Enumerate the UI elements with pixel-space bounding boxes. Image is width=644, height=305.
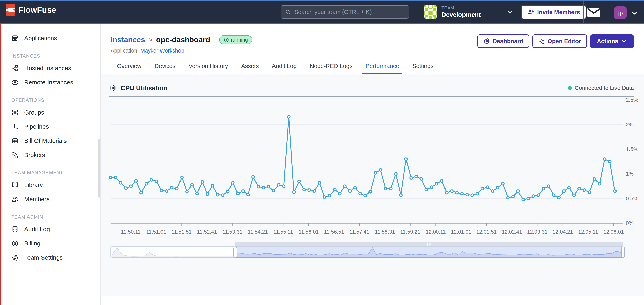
data-point[interactable] [318,181,321,184]
data-point[interactable] [109,176,112,179]
data-point[interactable] [593,178,596,180]
data-point[interactable] [120,181,122,184]
data-point[interactable] [359,192,362,195]
data-point[interactable] [150,179,152,181]
data-point[interactable] [155,180,158,183]
data-point[interactable] [527,197,530,200]
data-point[interactable] [450,190,453,193]
tab-devices[interactable]: Devices [152,60,179,73]
data-point[interactable] [496,186,499,189]
data-point[interactable] [211,184,214,187]
data-point[interactable] [542,187,545,190]
mail-icon[interactable] [588,8,600,17]
data-point[interactable] [262,186,265,189]
data-point[interactable] [461,192,463,195]
data-point[interactable] [338,192,341,195]
data-point[interactable] [425,188,428,191]
data-point[interactable] [344,185,346,188]
tab-audit-log[interactable]: Audit Log [269,60,300,73]
sidebar-item-library[interactable]: Library [0,178,100,192]
data-point[interactable] [323,196,326,198]
data-point[interactable] [206,193,208,196]
data-point[interactable] [578,187,580,190]
sidebar-item-brokers[interactable]: Brokers [0,148,100,162]
data-point[interactable] [288,115,290,118]
tab-node-red-logs[interactable]: Node-RED Logs [307,60,356,73]
data-point[interactable] [328,194,331,197]
data-point[interactable] [298,180,300,183]
data-point[interactable] [114,176,117,179]
data-point[interactable] [170,186,173,189]
sidebar-item-pipelines[interactable]: Pipelines [0,120,100,134]
brush-handle-left[interactable] [234,247,237,258]
data-point[interactable] [583,189,586,192]
data-point[interactable] [308,189,310,192]
data-point[interactable] [186,190,188,193]
data-point[interactable] [379,169,382,171]
data-point[interactable] [415,175,418,178]
data-point[interactable] [267,185,270,188]
data-point[interactable] [405,158,407,160]
sidebar-item-remote-instances[interactable]: Remote Instances [0,75,100,89]
open-editor-button[interactable]: Open Editor [532,34,587,48]
tab-assets[interactable]: Assets [238,60,262,73]
data-point[interactable] [226,190,229,193]
data-point[interactable] [191,183,194,186]
data-point[interactable] [492,190,494,193]
data-point[interactable] [512,195,514,198]
data-point[interactable] [502,182,504,185]
data-point[interactable] [165,190,168,193]
data-point[interactable] [430,186,433,188]
data-point[interactable] [608,160,611,163]
data-point[interactable] [252,176,254,178]
data-point[interactable] [282,185,285,188]
sidebar-item-groups[interactable]: Groups [0,105,100,120]
data-point[interactable] [573,194,576,196]
sidebar-scrollbar[interactable] [98,139,100,198]
data-point[interactable] [374,172,377,174]
data-point[interactable] [221,194,224,196]
data-point[interactable] [176,187,178,190]
data-point[interactable] [603,158,606,160]
data-point[interactable] [435,182,438,185]
data-point[interactable] [237,192,239,195]
user-avatar[interactable]: jp [614,6,626,19]
sidebar-item-audit-log[interactable]: Audit Log [0,222,100,236]
data-point[interactable] [456,191,458,194]
data-point[interactable] [471,194,474,196]
data-point[interactable] [598,182,601,185]
data-point[interactable] [196,192,198,195]
application-link[interactable]: Mayker Workshop [140,48,184,54]
search-input[interactable] [294,9,405,15]
data-point[interactable] [522,198,524,201]
data-point[interactable] [384,187,387,190]
data-point[interactable] [313,190,316,193]
data-point[interactable] [140,191,142,194]
data-point[interactable] [476,192,479,195]
cpu-utilisation-chart[interactable]: 0%0.5%1%1.5%2%2.5%11:50:1111:51:0111:51:… [109,97,644,289]
data-point[interactable] [130,185,132,188]
data-point[interactable] [506,196,509,199]
data-point[interactable] [333,188,336,191]
sidebar-item-hosted-instances[interactable]: Hosted Instances [0,61,100,75]
data-point[interactable] [614,190,616,193]
data-point[interactable] [394,173,397,175]
search-bar[interactable] [280,5,409,18]
data-point[interactable] [486,186,489,188]
data-point[interactable] [257,185,260,188]
data-point[interactable] [466,193,468,196]
data-point[interactable] [446,191,448,194]
data-point[interactable] [532,195,535,197]
data-point[interactable] [180,176,183,179]
tab-performance[interactable]: Performance [362,60,402,73]
data-point[interactable] [135,180,138,182]
data-point[interactable] [242,190,244,193]
data-point[interactable] [364,194,367,197]
data-point[interactable] [420,178,423,180]
data-point[interactable] [537,194,540,196]
team-selector[interactable]: TEAM: Development [424,4,514,20]
user-menu-chevron-icon[interactable] [631,10,638,16]
sidebar-item-billing[interactable]: Billing [0,236,100,251]
invite-members-button[interactable]: Invite Members [521,5,586,19]
data-point[interactable] [247,193,250,196]
